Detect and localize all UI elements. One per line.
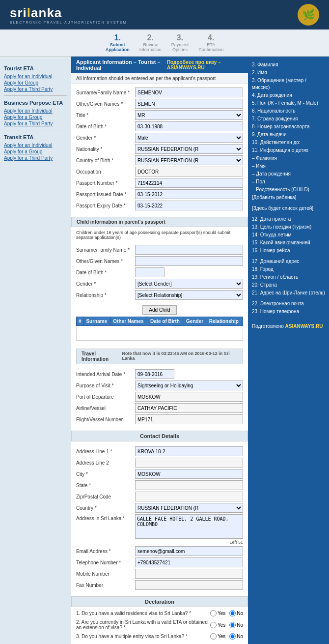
flight-input[interactable] — [135, 414, 243, 424]
surname-row: Surname/Family Name * — [76, 88, 243, 97]
sidebar-item-transit-third[interactable]: Apply for a Third Party — [4, 155, 67, 161]
decl-q1-yes[interactable]: Yes — [210, 610, 225, 616]
srilanka-address-textarea[interactable]: GALLE FACE HOTEL, 2 GALLE ROAD, COLOMBO — [135, 514, 243, 539]
purpose-select[interactable]: Sightseeing or Holidaying — [135, 381, 243, 390]
surname-input[interactable] — [135, 88, 243, 97]
given-input[interactable] — [135, 99, 243, 109]
travel-note: Note that now it is 03:22:45 AM on 2016-… — [122, 351, 238, 362]
mobile-label: Mobile Number — [76, 571, 135, 577]
phone-label: Telephone Number * — [76, 560, 135, 565]
sidebar-item-transit-individual[interactable]: Apply for an Individual — [4, 142, 67, 148]
col-surname: Surname — [84, 317, 111, 326]
passport-issued-input[interactable] — [135, 189, 243, 199]
zip-label: Zip/Postal Code — [76, 494, 135, 499]
child-given-input[interactable] — [135, 256, 243, 266]
decl-q2-no[interactable]: No — [229, 622, 243, 628]
step-3[interactable]: 3. Payment Options — [171, 33, 189, 52]
asianways-promo: Подробнее про визу – ASIANWAYS.RU — [167, 59, 243, 70]
passport-input[interactable] — [135, 178, 243, 188]
sidebar-item-business-individual[interactable]: Apply for an Individual — [4, 108, 67, 114]
address2-input[interactable] — [135, 458, 243, 468]
arrival-label: Intended Arrival Date * — [76, 372, 135, 377]
tourist-eta-title: Tourist ETA — [4, 65, 67, 71]
country-select[interactable]: RUSSIAN FEDERATION (R — [135, 503, 243, 513]
fax-input[interactable] — [135, 580, 243, 590]
passport-issued-label: Passport Issued Date * — [76, 192, 135, 197]
child-relationship-select[interactable]: [Select Relationship] — [135, 290, 243, 300]
address1-input[interactable] — [135, 446, 243, 456]
travel-header-container: Travel Information Note that now it is 0… — [71, 349, 248, 364]
country-birth-row: Country of Birth * RUSSIAN FEDERATION (R — [76, 155, 243, 165]
dob-input[interactable] — [135, 121, 243, 131]
rp-item-14: – Дата рождения — [252, 171, 325, 177]
rp-item-asianways: Подготовлено ASIANWAYS.RU — [252, 323, 325, 330]
dob-label: Date of Birth * — [76, 124, 135, 129]
gender-select[interactable]: Male Female — [135, 133, 243, 143]
sidebar-item-business-group[interactable]: Apply for a Group — [4, 114, 67, 120]
rp-item-9: 9. Дата выдачи — [252, 131, 325, 138]
sidebar-item-tourist-group[interactable]: Apply for Group — [4, 80, 67, 86]
title-select[interactable]: MR MRS MS — [135, 110, 243, 120]
decl-q3-no[interactable]: No — [229, 633, 243, 640]
country-row: Country * RUSSIAN FEDERATION (R — [76, 503, 243, 513]
col-num: # — [77, 317, 84, 326]
departure-row: Port of Departure — [76, 392, 243, 402]
departure-input[interactable] — [135, 392, 243, 402]
occupation-label: Occupation — [76, 169, 135, 175]
departure-label: Port of Departure — [76, 394, 135, 400]
steps-bar: 1. Submit Application 2. Review Informat… — [0, 29, 329, 57]
child-given-label: Other/Given Names * — [76, 259, 135, 264]
sidebar-item-tourist-individual[interactable]: Apply for an Individual — [4, 73, 67, 80]
table-row-empty — [77, 326, 243, 341]
child-gender-select[interactable]: [Select Gender] — [135, 279, 243, 289]
chars-left-label: Left — [229, 540, 237, 545]
title-row: Title * MR MRS MS — [76, 110, 243, 120]
step-4[interactable]: 4. ETA Confirmation — [198, 33, 223, 52]
nationality-select[interactable]: RUSSIAN FEDERATION (R — [135, 144, 243, 154]
sidebar-item-tourist-third[interactable]: Apply for a Third Party — [4, 86, 67, 92]
mobile-row: Mobile Number — [76, 569, 243, 579]
child-surname-input[interactable] — [135, 245, 243, 255]
email-label: Email Address * — [76, 549, 135, 554]
mobile-input[interactable] — [135, 569, 243, 579]
col-other: Other Names — [111, 317, 148, 326]
nationality-label: Nationality * — [76, 146, 135, 152]
decl-q3-yes[interactable]: Yes — [210, 633, 225, 640]
step-1[interactable]: 1. Submit Application — [106, 33, 130, 52]
city-label: City * — [76, 471, 135, 477]
step-2[interactable]: 2. Review Information — [139, 33, 162, 52]
captcha-area: 3374 🔄 🔊 reCAPTCHA — [71, 641, 248, 644]
passport-expiry-input[interactable] — [135, 201, 243, 210]
contact-fields: Address Line 1 * Address Line 2 City * S… — [71, 443, 248, 593]
state-row: State * — [76, 480, 243, 490]
child-dob-label: Date of Birth * — [76, 270, 135, 275]
child-surname-label: Surname/Family Name * — [76, 247, 135, 253]
child-fields: Surname/Family Name * Other/Given Names … — [71, 241, 248, 303]
country-birth-select[interactable]: RUSSIAN FEDERATION (R — [135, 155, 243, 165]
occupation-input[interactable] — [135, 167, 243, 176]
zip-input[interactable] — [135, 492, 243, 501]
rp-item-8: 8. Номер загранпаспорта — [252, 123, 325, 130]
rp-item-13: – Имя — [252, 163, 325, 170]
state-input[interactable] — [135, 480, 243, 490]
rp-item-21: 14. Откуда летим — [252, 232, 325, 238]
decl-q2-label: 2. Are you currently in Sri Lanka with a… — [76, 619, 210, 630]
decl-q2-yes[interactable]: Yes — [210, 622, 225, 628]
sidebar-item-business-third[interactable]: Apply for a Third Party — [4, 120, 67, 127]
add-child-button[interactable]: Add Child — [142, 305, 176, 315]
sidebar-item-transit-group[interactable]: Apply for a Group — [4, 148, 67, 155]
declaration-header: Declaration — [71, 596, 248, 607]
airline-input[interactable] — [135, 403, 243, 413]
child-dob-input[interactable] — [135, 267, 164, 277]
country-label: Country * — [76, 505, 135, 511]
business-eta-title: Business Purpose ETA — [4, 100, 67, 106]
city-input[interactable] — [135, 469, 243, 479]
phone-input[interactable] — [135, 557, 243, 567]
arrival-input[interactable] — [135, 369, 174, 379]
decl-q1-no[interactable]: No — [229, 610, 243, 616]
decl-q3-label: 3. Do you have a multiple entry visa to … — [76, 634, 210, 639]
email-input[interactable] — [135, 546, 243, 556]
rp-item-7: 7. Страна рождения — [252, 116, 325, 122]
rp-item-6: 6. Национальность — [252, 108, 325, 115]
chars-left-container: Left 51 — [135, 540, 243, 545]
